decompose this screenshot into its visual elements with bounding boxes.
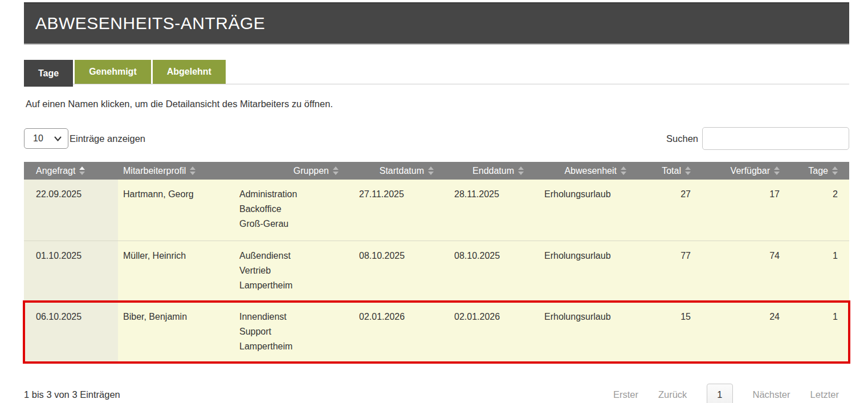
page-header: ABWESENHEITS-ANTRÄGE — [24, 2, 849, 44]
pagination-first[interactable]: Erster — [613, 389, 638, 400]
pagination-last[interactable]: Letzter — [810, 389, 839, 400]
pagination-next[interactable]: Nächster — [753, 389, 790, 400]
employee-name-link[interactable]: Müller, Heinrich — [118, 241, 235, 302]
cell-gruppen: Administration Backoffice Groß-Gerau — [235, 180, 343, 241]
sort-icon — [621, 166, 626, 175]
search-control: Suchen — [666, 127, 849, 150]
table-header-row: Angefragt Mitarbeiterprofil Gruppen — [24, 162, 849, 180]
page: ABWESENHEITS-ANTRÄGE Tage Genehmigt Abge… — [24, 2, 849, 403]
cell-enddatum: 08.10.2025 — [438, 241, 528, 302]
sort-icon — [518, 166, 524, 175]
cell-gruppen: Innendienst Support Lampertheim — [235, 302, 343, 363]
cell-enddatum: 02.01.2026 — [438, 302, 528, 363]
cell-angefragt: 22.09.2025 — [24, 180, 118, 241]
tab-bar: Tage Genehmigt Abgelehnt — [24, 60, 849, 84]
cell-startdatum: 02.01.2026 — [343, 302, 438, 363]
column-header-mitarbeiterprofil[interactable]: Mitarbeiterprofil — [118, 162, 235, 180]
pagination-prev[interactable]: Zurück — [658, 389, 687, 400]
column-header-enddatum[interactable]: Enddatum — [438, 162, 528, 180]
cell-enddatum: 28.11.2025 — [438, 180, 528, 241]
employee-name-link[interactable]: Biber, Benjamin — [118, 302, 235, 363]
cell-gruppen: Außendienst Vertrieb Lampertheim — [235, 241, 343, 302]
page-length-select[interactable]: 10 — [24, 128, 68, 149]
table-footer: 1 bis 3 von 3 Einträgen Erster Zurück 1 … — [24, 384, 849, 403]
tab-genehmigt[interactable]: Genehmigt — [75, 60, 151, 84]
column-header-tage[interactable]: Tage — [784, 162, 849, 180]
pagination-page-1[interactable]: 1 — [707, 384, 732, 403]
column-header-startdatum[interactable]: Startdatum — [343, 162, 438, 180]
sort-icon — [190, 166, 195, 175]
sort-icon — [832, 166, 838, 175]
table-row-highlighted: 06.10.2025 Biber, Benjamin Innendienst S… — [24, 302, 849, 363]
page-length-control: 10 Einträge anzeigen — [24, 128, 145, 149]
table-row: 01.10.2025 Müller, Heinrich Außendienst … — [24, 241, 849, 302]
cell-verfuegbar: 17 — [695, 180, 784, 241]
search-input[interactable] — [702, 127, 849, 150]
sort-icon — [79, 166, 85, 175]
table-controls: 10 Einträge anzeigen Suchen — [24, 127, 849, 150]
column-header-total[interactable]: Total — [631, 162, 695, 180]
entries-info: 1 bis 3 von 3 Einträgen — [24, 389, 120, 400]
pagination: Erster Zurück 1 Nächster Letzter — [613, 384, 839, 403]
absence-table: Angefragt Mitarbeiterprofil Gruppen — [24, 162, 849, 363]
instruction-text: Auf einen Namen klicken, um die Detailan… — [26, 99, 849, 109]
cell-tage: 1 — [784, 241, 849, 302]
cell-startdatum: 08.10.2025 — [343, 241, 438, 302]
cell-tage: 2 — [784, 180, 849, 241]
cell-verfuegbar: 24 — [695, 302, 784, 363]
cell-verfuegbar: 74 — [695, 241, 784, 302]
sort-icon — [333, 166, 339, 175]
cell-angefragt: 01.10.2025 — [24, 241, 118, 302]
sort-icon — [774, 166, 780, 175]
tab-tage[interactable]: Tage — [24, 60, 73, 87]
sort-icon — [685, 166, 691, 175]
page-title: ABWESENHEITS-ANTRÄGE — [35, 14, 265, 33]
cell-total: 27 — [631, 180, 695, 241]
sort-icon — [428, 166, 434, 175]
cell-abwesenheit: Erholungsurlaub — [528, 241, 631, 302]
column-header-gruppen[interactable]: Gruppen — [235, 162, 343, 180]
column-header-angefragt[interactable]: Angefragt — [24, 162, 118, 180]
chevron-down-icon — [54, 136, 62, 141]
cell-startdatum: 27.11.2025 — [343, 180, 438, 241]
employee-name-link[interactable]: Hartmann, Georg — [118, 180, 235, 241]
cell-abwesenheit: Erholungsurlaub — [528, 302, 631, 363]
column-header-abwesenheit[interactable]: Abwesenheit — [528, 162, 631, 180]
cell-abwesenheit: Erholungsurlaub — [528, 180, 631, 241]
cell-total: 15 — [631, 302, 695, 363]
column-header-verfuegbar[interactable]: Verfügbar — [695, 162, 784, 180]
search-label: Suchen — [666, 133, 698, 144]
page-length-value: 10 — [33, 133, 43, 144]
table-row: 22.09.2025 Hartmann, Georg Administratio… — [24, 180, 849, 241]
page-length-label: Einträge anzeigen — [70, 133, 145, 144]
tab-abgelehnt[interactable]: Abgelehnt — [153, 60, 226, 84]
cell-total: 77 — [631, 241, 695, 302]
cell-tage: 1 — [784, 302, 849, 363]
cell-angefragt: 06.10.2025 — [24, 302, 118, 363]
